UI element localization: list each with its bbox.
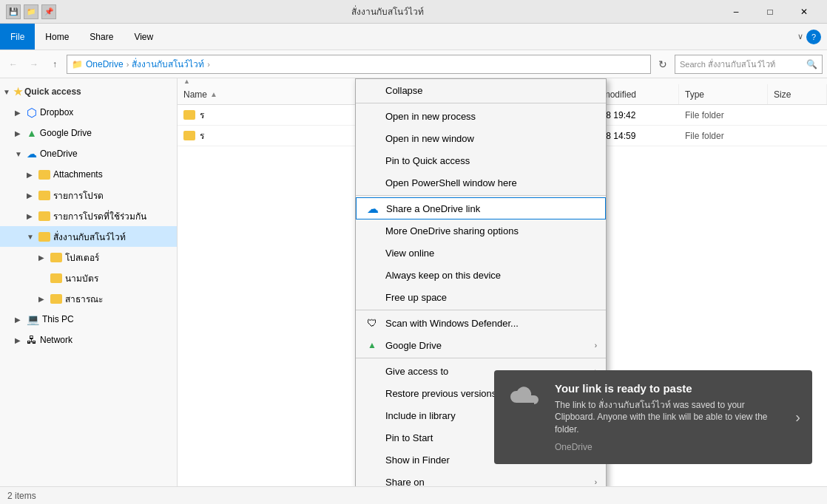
col-size-label: Size bbox=[774, 89, 791, 100]
ctx-google-drive[interactable]: ▲ Google Drive › bbox=[356, 334, 606, 356]
help-button[interactable]: ? bbox=[806, 30, 821, 44]
tab-home[interactable]: Home bbox=[35, 24, 79, 50]
search-placeholder: Search สั่งงานกับสโนว์ไวท์ bbox=[680, 58, 803, 71]
ctx-view-online[interactable]: View online bbox=[356, 242, 606, 264]
file-name: ร bbox=[200, 129, 204, 143]
ctx-more-sharing[interactable]: More OneDrive sharing options bbox=[356, 219, 606, 242]
posters-label: โปสเตอร์ bbox=[65, 251, 99, 265]
sidebar-item-shared-favorites[interactable]: ▶ รายการโปรดที่ใช้ร่วมกัน bbox=[0, 205, 177, 226]
gdrive-icon: ▲ bbox=[27, 127, 37, 139]
ctx-share-on[interactable]: Share on › bbox=[356, 471, 606, 486]
powershell-icon bbox=[365, 175, 379, 190]
sidebar-item-dropbox[interactable]: ▶ ⬡ Dropbox bbox=[0, 102, 177, 123]
ctx-scan-label: Scan with Windows Defender... bbox=[385, 318, 597, 329]
ctx-separator bbox=[356, 358, 606, 358]
ctx-share-label: Share a OneDrive link bbox=[386, 203, 596, 214]
chevron-icon: ▶ bbox=[15, 336, 24, 344]
toast-arrow[interactable]: › bbox=[795, 409, 800, 426]
toast-source: OneDrive bbox=[555, 442, 783, 452]
toast-body: The link to สั่งงานกับสโนว์ไวท์ was save… bbox=[555, 399, 783, 436]
ctx-powershell[interactable]: Open PowerShell window here bbox=[356, 171, 606, 194]
sidebar-item-favorites[interactable]: ▶ รายการโปรด bbox=[0, 185, 177, 205]
file-type: File folder bbox=[685, 131, 724, 141]
search-box[interactable]: Search สั่งงานกับสโนว์ไวท์ 🔍 bbox=[675, 55, 823, 74]
minimize-button[interactable]: – bbox=[719, 0, 753, 24]
col-header-size[interactable]: Size bbox=[768, 84, 827, 104]
folder-icon bbox=[50, 273, 62, 283]
finder-icon bbox=[365, 452, 379, 467]
ctx-open-new-process[interactable]: Open in new process bbox=[356, 105, 606, 127]
ctx-share-onedrive[interactable]: ☁ Share a OneDrive link bbox=[356, 197, 606, 219]
address-input[interactable]: 📁 OneDrive › สั่งงานกับสโนว์ไวท์ › bbox=[67, 55, 651, 74]
chevron-icon: ▶ bbox=[38, 253, 47, 262]
search-icon[interactable]: 🔍 bbox=[806, 59, 817, 69]
folder-icon bbox=[183, 110, 195, 120]
tab-view[interactable]: View bbox=[124, 24, 163, 50]
chevron-icon: ▶ bbox=[27, 191, 36, 200]
sidebar-item-network[interactable]: ▶ 🖧 Network bbox=[0, 330, 177, 350]
ctx-free-space[interactable]: Free up space bbox=[356, 286, 606, 308]
col-header-type[interactable]: Type bbox=[679, 84, 768, 104]
ctx-free-space-label: Free up space bbox=[385, 292, 597, 303]
onedrive-icon: ☁ bbox=[27, 148, 37, 160]
address-bar: ← → ↑ 📁 OneDrive › สั่งงานกับสโนว์ไวท์ ›… bbox=[0, 50, 827, 78]
sidebar-item-business-cards[interactable]: นามบัตร bbox=[0, 268, 177, 288]
close-button[interactable]: ✕ bbox=[787, 0, 821, 24]
sidebar-item-onedrive[interactable]: ▼ ☁ OneDrive bbox=[0, 143, 177, 164]
window-title: สั่งงานกับสโนว์ไวท์ bbox=[56, 4, 719, 18]
col-name-label: Name bbox=[183, 89, 207, 100]
folder-icon bbox=[50, 294, 62, 304]
restore-icon bbox=[365, 386, 379, 401]
file-type: File folder bbox=[685, 110, 724, 120]
open-icon bbox=[365, 109, 379, 123]
tab-file[interactable]: File bbox=[0, 24, 35, 50]
ctx-open-process-label: Open in new process bbox=[385, 111, 597, 122]
title-bar: 💾 📁 📌 สั่งงานกับสโนว์ไวท์ – □ ✕ bbox=[0, 0, 827, 24]
share-icon bbox=[365, 223, 379, 238]
ctx-collapse[interactable]: Collapse bbox=[356, 79, 606, 101]
sidebar-item-google-drive[interactable]: ▶ ▲ Google Drive bbox=[0, 123, 177, 143]
path-onedrive[interactable]: OneDrive bbox=[86, 59, 124, 69]
ctx-always-keep[interactable]: Always keep on this device bbox=[356, 264, 606, 286]
shared-favorites-label: รายการโปรดที่ใช้ร่วมกัน bbox=[53, 209, 146, 223]
tab-share[interactable]: Share bbox=[79, 24, 124, 50]
folder-icon bbox=[38, 232, 50, 242]
ctx-open-new-window[interactable]: Open in new window bbox=[356, 127, 606, 149]
ribbon: File Home Share View ∨ ? bbox=[0, 24, 827, 50]
toast-content: Your link is ready to paste The link to … bbox=[555, 382, 783, 452]
forward-button[interactable]: → bbox=[25, 55, 43, 73]
path-folder[interactable]: สั่งงานกับสโนว์ไวท์ bbox=[132, 57, 204, 71]
titlebar-icons: 💾 📁 📌 bbox=[6, 4, 56, 19]
up-button[interactable]: ↑ bbox=[46, 55, 64, 73]
sidebar-item-public[interactable]: ▶ สาธารณะ bbox=[0, 288, 177, 309]
snow-white-label: สั่งงานกับสโนว์ไวท์ bbox=[53, 230, 126, 244]
maximize-button[interactable]: □ bbox=[753, 0, 787, 24]
ctx-pin-label: Pin to Quick access bbox=[385, 155, 597, 166]
folder-icon bbox=[50, 253, 62, 262]
ribbon-expand[interactable]: ∨ bbox=[797, 32, 803, 41]
this-pc-label: This PC bbox=[42, 314, 74, 324]
free-icon bbox=[365, 290, 379, 304]
ctx-always-keep-label: Always keep on this device bbox=[385, 270, 597, 281]
network-label: Network bbox=[40, 335, 72, 345]
back-button[interactable]: ← bbox=[4, 55, 22, 73]
chevron-icon: ▶ bbox=[15, 316, 24, 324]
content-area: ▲ Name ▲ Status Date modified Type Size bbox=[178, 78, 827, 486]
pc-icon: 💻 bbox=[27, 313, 39, 325]
collapse-icon bbox=[365, 83, 379, 98]
sidebar-item-snow-white[interactable]: ▼ สั่งงานกับสโนว์ไวท์ bbox=[0, 226, 177, 247]
ctx-scan-defender[interactable]: 🛡 Scan with Windows Defender... bbox=[356, 312, 606, 334]
sidebar-item-quick-access[interactable]: ▼ ★ Quick access bbox=[0, 81, 177, 102]
chevron-down-icon: ▼ bbox=[15, 150, 24, 158]
sidebar-item-this-pc[interactable]: ▶ 💻 This PC bbox=[0, 309, 177, 330]
path-sep2: › bbox=[207, 60, 210, 69]
ctx-pin-quick[interactable]: Pin to Quick access bbox=[356, 149, 606, 171]
sidebar-item-attachments[interactable]: ▶ Attachments bbox=[0, 164, 177, 185]
sidebar-item-posters[interactable]: ▶ โปสเตอร์ bbox=[0, 247, 177, 268]
refresh-button[interactable]: ↻ bbox=[654, 55, 672, 73]
dropbox-icon: ⬡ bbox=[27, 106, 37, 120]
window-controls: – □ ✕ bbox=[719, 0, 821, 24]
star-icon: ★ bbox=[13, 86, 23, 98]
onedrive-label: OneDrive bbox=[40, 149, 78, 159]
file-name: ร bbox=[200, 108, 204, 122]
